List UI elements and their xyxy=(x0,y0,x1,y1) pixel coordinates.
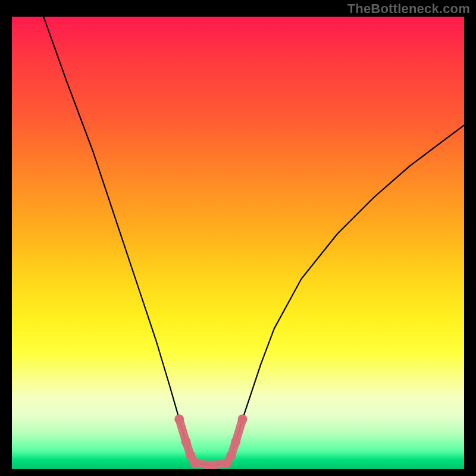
pink-dot xyxy=(174,414,184,424)
pink-dot xyxy=(190,459,200,468)
pink-dot xyxy=(231,437,240,446)
plot-area xyxy=(12,17,464,469)
pink-dot xyxy=(186,450,195,460)
pink-dot xyxy=(222,459,231,468)
chart-container: TheBottleneck.com xyxy=(0,0,476,476)
watermark-text: TheBottleneck.com xyxy=(347,1,470,17)
pink-dot xyxy=(238,414,248,424)
curve-layer xyxy=(12,17,464,469)
pink-highlight xyxy=(174,414,247,469)
pink-dot xyxy=(227,450,236,460)
black-curve xyxy=(43,17,464,465)
pink-dot xyxy=(181,437,191,446)
